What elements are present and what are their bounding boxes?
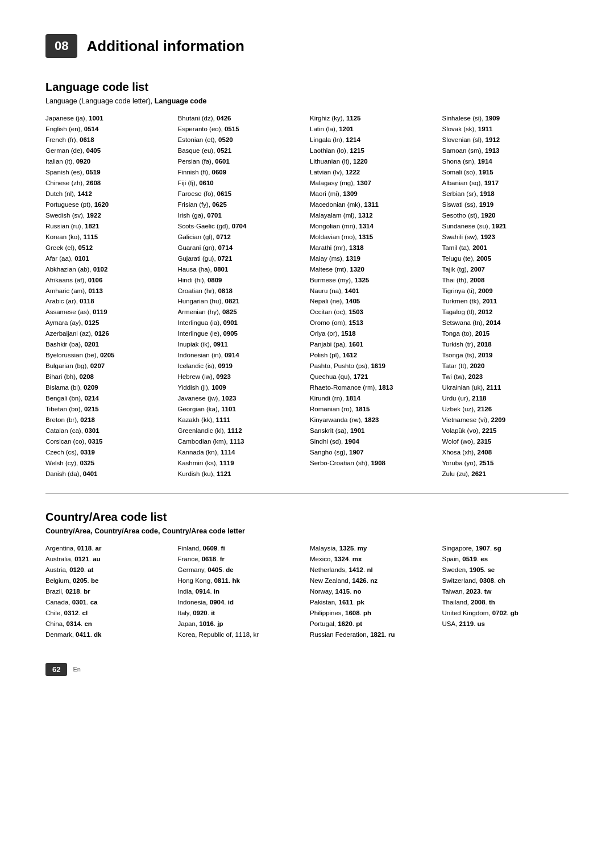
list-item: Javanese (jw), 1023 [178, 393, 305, 404]
list-item: Kirundi (rn), 1814 [310, 393, 437, 404]
list-item: Irish (ga), 0701 [178, 210, 305, 221]
list-item: Breton (br), 0218 [45, 415, 172, 425]
list-item: Sanskrit (sa), 1901 [310, 425, 437, 436]
list-item: Swahili (sw), 1923 [442, 232, 569, 243]
list-item: Nauru (na), 1401 [310, 286, 437, 297]
language-section-subtitle: Language (Language code letter), Languag… [45, 97, 569, 105]
list-item: Inupiak (ik), 0911 [178, 339, 305, 350]
language-section-title: Language code list [45, 81, 569, 94]
list-item: Byelorussian (be), 0205 [45, 350, 172, 361]
list-item: Sesotho (st), 1920 [442, 210, 569, 221]
list-item: Scots-Gaelic (gd), 0704 [178, 221, 305, 232]
chapter-number: 08 [45, 34, 77, 58]
list-item: Wolof (wo), 2315 [442, 436, 569, 447]
list-item: Lithuanian (lt), 1220 [310, 156, 437, 167]
list-item: Singapore, 1907. sg [442, 543, 569, 554]
list-item: Basque (eu), 0521 [178, 145, 305, 156]
list-item: Quechua (qu), 1721 [310, 372, 437, 382]
list-item: Georgian (ka), 1101 [178, 404, 305, 415]
list-item: Assamese (as), 0119 [45, 307, 172, 318]
list-item: Aymara (ay), 0125 [45, 318, 172, 328]
list-item: Icelandic (is), 0919 [178, 361, 305, 372]
list-item: Galician (gl), 0712 [178, 232, 305, 243]
list-item: Latin (la), 1201 [310, 124, 437, 135]
list-item: Marathi (mr), 1318 [310, 243, 437, 253]
list-item: Russian Federation, 1821. ru [310, 629, 437, 640]
list-item: Kurdish (ku), 1121 [178, 469, 305, 479]
language-section: Language code list Language (Language co… [45, 81, 569, 479]
list-item: Welsh (cy), 0325 [45, 458, 172, 469]
list-item: French (fr), 0618 [45, 135, 172, 145]
list-item: Interlingua (ia), 0901 [178, 318, 305, 328]
list-item: Polish (pl), 1612 [310, 350, 437, 361]
list-item: Yiddish (ji), 1009 [178, 382, 305, 393]
list-item: Bulgarian (bg), 0207 [45, 361, 172, 372]
chapter-title: Additional information [86, 37, 244, 55]
list-item: Fiji (fj), 0610 [178, 178, 305, 189]
list-item: Moldavian (mo), 1315 [310, 232, 437, 243]
list-item: Latvian (lv), 1222 [310, 167, 437, 178]
list-item: Malay (ms), 1319 [310, 253, 437, 264]
list-item: Pakistan, 1611. pk [310, 597, 437, 608]
list-item: Bislama (bi), 0209 [45, 382, 172, 393]
list-item: Thai (th), 2008 [442, 275, 569, 286]
chapter-header: 08 Additional information [45, 34, 569, 58]
list-item: Interlingue (ie), 0905 [178, 328, 305, 339]
list-item: Japanese (ja), 1001 [45, 113, 172, 124]
list-item: Guarani (gn), 0714 [178, 243, 305, 253]
list-item: Yoruba (yo), 2515 [442, 458, 569, 469]
list-item: Bashkir (ba), 0201 [45, 339, 172, 350]
list-item: Thailand, 2008. th [442, 597, 569, 608]
list-item: Hebrew (iw), 0923 [178, 372, 305, 382]
list-item: Bhutani (dz), 0426 [178, 113, 305, 124]
list-item: Persian (fa), 0601 [178, 156, 305, 167]
list-item: Canada, 0301. ca [45, 597, 172, 608]
country-columns: Argentina, 0118. arAustralia, 0121. auAu… [45, 543, 569, 640]
list-item: Slovak (sk), 1911 [442, 124, 569, 135]
list-item: Macedonian (mk), 1311 [310, 199, 437, 210]
list-item: Armenian (hy), 0825 [178, 307, 305, 318]
footer-lang: En [73, 666, 80, 673]
list-item: Vietnamese (vi), 2209 [442, 415, 569, 425]
list-item: Afrikaans (af), 0106 [45, 275, 172, 286]
list-item: Maltese (mt), 1320 [310, 264, 437, 275]
list-item: Norway, 1415. no [310, 586, 437, 597]
list-item: Bihari (bh), 0208 [45, 372, 172, 382]
list-item: India, 0914. in [178, 586, 305, 597]
list-item: Sindhi (sd), 1904 [310, 436, 437, 447]
list-item: Panjabi (pa), 1601 [310, 339, 437, 350]
list-item: Sinhalese (si), 1909 [442, 113, 569, 124]
list-item: Serbo-Croatian (sh), 1908 [310, 458, 437, 469]
list-item: Samoan (sm), 1913 [442, 145, 569, 156]
list-item: Mongolian (mn), 1314 [310, 221, 437, 232]
list-item: Somali (so), 1915 [442, 167, 569, 178]
country-section: Country/Area code list Country/Area, Cou… [45, 511, 569, 640]
list-item: Germany, 0405. de [178, 565, 305, 575]
list-item: Oromo (om), 1513 [310, 318, 437, 328]
footer: 62 En [45, 663, 569, 676]
list-item: Shona (sn), 1914 [442, 156, 569, 167]
list-item: Argentina, 0118. ar [45, 543, 172, 554]
list-item: Greenlandic (kl), 1112 [178, 425, 305, 436]
list-item: Spanish (es), 0519 [45, 167, 172, 178]
list-item: Turkmen (tk), 2011 [442, 296, 569, 307]
list-item: Pashto, Pushto (ps), 1619 [310, 361, 437, 372]
list-item: Estonian (et), 0520 [178, 135, 305, 145]
list-item: English (en), 0514 [45, 124, 172, 135]
list-item: Volapük (vo), 2215 [442, 425, 569, 436]
list-item: Hong Kong, 0811. hk [178, 575, 305, 586]
country-col-0: Argentina, 0118. arAustralia, 0121. auAu… [45, 543, 172, 640]
list-item: Chile, 0312. cl [45, 608, 172, 619]
list-item: Frisian (fy), 0625 [178, 199, 305, 210]
country-col-1: Finland, 0609. fiFrance, 0618. frGermany… [178, 543, 305, 640]
list-item: Denmark, 0411. dk [45, 629, 172, 640]
list-item: Corsican (co), 0315 [45, 436, 172, 447]
list-item: Kazakh (kk), 1111 [178, 415, 305, 425]
list-item: Australia, 0121. au [45, 554, 172, 565]
list-item: Belgium, 0205. be [45, 575, 172, 586]
list-item: Tibetan (bo), 0215 [45, 404, 172, 415]
list-item: Burmese (my), 1325 [310, 275, 437, 286]
list-item: Sundanese (su), 1921 [442, 221, 569, 232]
list-item: Philippines, 1608. ph [310, 608, 437, 619]
language-col-1: Bhutani (dz), 0426Esperanto (eo), 0515Es… [178, 113, 305, 479]
